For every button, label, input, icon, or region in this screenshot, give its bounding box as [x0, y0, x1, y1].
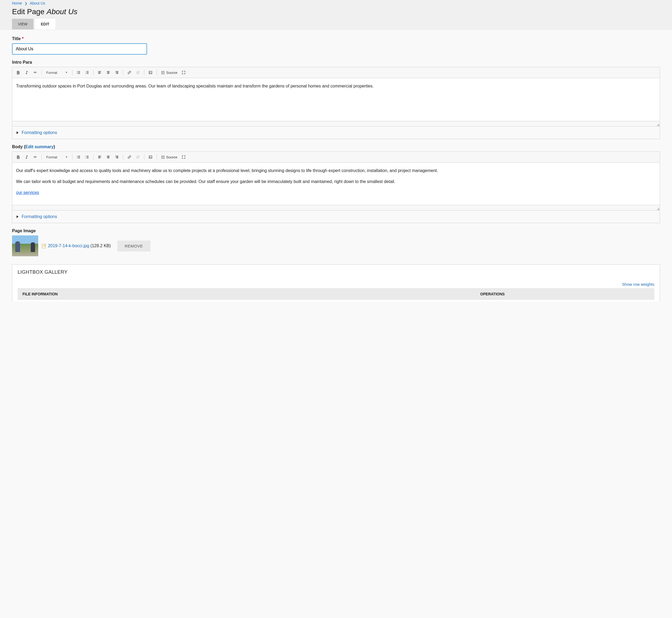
align-right-icon[interactable]: [113, 153, 121, 161]
body-label: Body (Edit summary): [12, 144, 660, 149]
chevron-down-icon: ▼: [65, 156, 68, 159]
toolbar-separator: [93, 154, 94, 160]
image-icon[interactable]: [147, 69, 154, 76]
caret-right-icon: [17, 215, 18, 218]
page-title: Edit Page About Us: [12, 7, 660, 16]
link-icon[interactable]: [126, 153, 133, 161]
toolbar-separator: [72, 154, 73, 160]
blockquote-icon[interactable]: [31, 69, 39, 76]
tabs: VIEW EDIT: [12, 19, 660, 29]
italic-icon[interactable]: [23, 69, 30, 76]
svg-point-2: [77, 73, 78, 74]
toolbar-separator: [93, 70, 94, 76]
resize-handle-icon[interactable]: [657, 124, 659, 126]
tab-edit[interactable]: EDIT: [35, 19, 55, 29]
breadcrumb-home[interactable]: Home: [12, 1, 22, 5]
tab-view[interactable]: VIEW: [12, 19, 33, 29]
breadcrumb-about-us[interactable]: About Us: [30, 1, 45, 5]
link-icon[interactable]: [126, 69, 133, 76]
toolbar-separator: [123, 70, 123, 76]
gallery-table-header: FILE INFORMATION OPERATIONS: [18, 288, 654, 300]
source-button[interactable]: Source: [159, 69, 179, 76]
body-toolbar: Format▼ 123 Source: [12, 152, 660, 163]
toolbar-separator: [41, 70, 42, 76]
toolbar-separator: [157, 154, 157, 160]
svg-text:3: 3: [85, 157, 86, 159]
show-row-weights-link[interactable]: Show row weights: [622, 282, 654, 287]
toolbar-separator: [123, 154, 123, 160]
lightbox-gallery-panel: LIGHTBOX GALLERY Show row weights FILE I…: [12, 264, 660, 302]
source-icon: [161, 71, 165, 75]
intro-formatting-options[interactable]: Formatting options: [12, 126, 660, 139]
align-left-icon[interactable]: [96, 153, 104, 161]
numbered-list-icon[interactable]: 123: [84, 69, 91, 76]
image-icon[interactable]: [147, 153, 154, 161]
toolbar-separator: [144, 154, 144, 160]
title-input[interactable]: [12, 43, 147, 55]
caret-right-icon: [17, 131, 18, 134]
toolbar-separator: [72, 70, 73, 76]
chevron-right-icon: ❯: [25, 2, 27, 5]
page-image-size: (128.2 KB): [90, 243, 111, 248]
svg-point-1: [77, 72, 78, 73]
svg-point-0: [77, 71, 78, 72]
col-operations: OPERATIONS: [480, 292, 650, 296]
bulleted-list-icon[interactable]: [75, 153, 82, 161]
formatting-options-link[interactable]: Formatting options: [22, 130, 57, 135]
page-image-thumbnail: [12, 235, 38, 256]
body-editor: Format▼ 123 Source: [12, 151, 660, 211]
required-mark: *: [22, 36, 23, 41]
col-file-info: FILE INFORMATION: [22, 292, 480, 296]
page-image-label: Page Image: [12, 228, 660, 233]
bold-icon[interactable]: [14, 69, 22, 76]
svg-rect-15: [149, 156, 152, 158]
remove-image-button[interactable]: REMOVE: [117, 240, 150, 251]
align-center-icon[interactable]: [105, 153, 112, 161]
source-button[interactable]: Source: [159, 153, 179, 161]
unlink-icon[interactable]: [134, 69, 142, 76]
align-center-icon[interactable]: [105, 69, 112, 76]
editor-statusbar: [12, 121, 660, 126]
toolbar-separator: [157, 70, 157, 76]
toolbar-separator: [41, 154, 42, 160]
svg-rect-6: [149, 71, 152, 74]
body-content[interactable]: Our staff's expert knowledge and access …: [12, 163, 660, 205]
resize-handle-icon[interactable]: [657, 208, 659, 210]
body-formatting-options[interactable]: Formatting options: [12, 211, 660, 223]
page-image-filename[interactable]: 2019-7-14-k-bocci.jpg: [48, 243, 89, 248]
gallery-title: LIGHTBOX GALLERY: [18, 270, 654, 275]
svg-point-9: [77, 156, 78, 156]
svg-point-11: [77, 158, 78, 159]
source-icon: [161, 155, 165, 159]
body-link-our-services[interactable]: our services: [16, 190, 39, 195]
svg-point-10: [77, 157, 78, 157]
svg-text:3: 3: [85, 73, 86, 74]
toolbar-separator: [144, 70, 144, 76]
bulleted-list-icon[interactable]: [75, 69, 82, 76]
format-dropdown[interactable]: Format▼: [44, 153, 70, 161]
formatting-options-link[interactable]: Formatting options: [22, 214, 57, 219]
editor-statusbar: [12, 205, 660, 210]
breadcrumb: Home ❯ About Us: [12, 0, 660, 7]
chevron-down-icon: ▼: [65, 71, 68, 74]
italic-icon[interactable]: [23, 153, 30, 161]
maximize-icon[interactable]: [180, 69, 187, 76]
maximize-icon[interactable]: [180, 153, 187, 161]
unlink-icon[interactable]: [134, 153, 142, 161]
blockquote-icon[interactable]: [31, 153, 39, 161]
intro-editor: Format▼ 123 Source: [12, 67, 660, 126]
edit-summary-link[interactable]: Edit summary: [25, 144, 54, 149]
numbered-list-icon[interactable]: 123: [84, 153, 91, 161]
bold-icon[interactable]: [14, 153, 22, 161]
file-icon: [42, 244, 46, 248]
format-dropdown[interactable]: Format▼: [44, 69, 70, 76]
intro-toolbar: Format▼ 123 Source: [12, 67, 660, 78]
align-right-icon[interactable]: [113, 69, 121, 76]
align-left-icon[interactable]: [96, 69, 104, 76]
intro-content[interactable]: Transforming outdoor spaces in Port Doug…: [12, 78, 660, 121]
title-label: Title *: [12, 36, 660, 41]
intro-label: Intro Para: [12, 60, 660, 65]
